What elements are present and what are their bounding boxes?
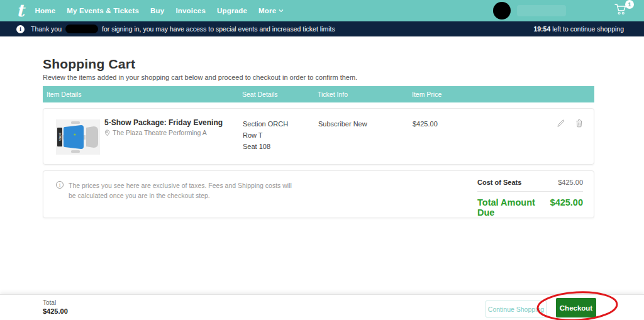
nav-item-my-events-tickets[interactable]: My Events & Tickets (67, 7, 139, 14)
trash-icon[interactable] (575, 119, 584, 128)
redacted-name-block (65, 25, 98, 33)
seat-row: Row T (243, 130, 288, 141)
edit-icon[interactable] (557, 119, 565, 128)
cost-of-seats-label: Cost of Seats (477, 179, 521, 186)
footer-total-value: $425.00 (43, 307, 68, 315)
cost-of-seats-row: Cost of Seats $425.00 (477, 179, 583, 186)
nav-right-group: 1 (493, 2, 644, 19)
info-outline-icon: i (56, 181, 64, 189)
item-ticket-info: Subscriber New (318, 118, 367, 130)
nav-item-buy[interactable]: Buy (150, 7, 164, 14)
timer-suffix: left to continue shopping (550, 25, 624, 33)
header-item-details: Item Details (47, 91, 81, 98)
nav-menu: Home My Events & Tickets Buy Invoices Up… (35, 7, 284, 14)
nav-item-more-label: More (258, 7, 276, 14)
pricing-note: i The prices you see here are exclusive … (56, 180, 292, 201)
pricing-note-text: The prices you see here are exclusive of… (69, 180, 292, 201)
continue-shopping-button[interactable]: Continue Shopping (486, 301, 547, 317)
footer-total-label: Total (43, 299, 56, 306)
chevron-down-icon (279, 8, 284, 13)
timer-value: 19:54 (533, 25, 550, 33)
totals-block: Cost of Seats $425.00 Total Amount Due $… (477, 179, 583, 218)
page-title: Shopping Cart (43, 57, 135, 72)
header-ticket-info: Ticket Info (318, 91, 348, 98)
nav-item-upgrade[interactable]: Upgrade (217, 7, 247, 14)
totals-divider (477, 191, 583, 192)
cart-table-header: Item Details Seat Details Ticket Info It… (43, 86, 594, 102)
location-pin-icon (104, 130, 110, 136)
seat-number: Seat 108 (243, 141, 288, 152)
cost-of-seats-value: $425.00 (558, 179, 583, 186)
nav-item-more[interactable]: More (258, 7, 284, 14)
notice-bar: i Thank you for signing in, you may have… (0, 21, 644, 36)
checkout-button[interactable]: Checkout (556, 298, 596, 317)
info-icon: i (16, 25, 25, 33)
total-amount-due-row: Total Amount Due $425.00 (477, 197, 583, 218)
notice-text-prefix: Thank you (31, 25, 62, 33)
cart-count-badge: 1 (625, 0, 634, 9)
item-title: 5-Show Package: Friday Evening (104, 118, 223, 127)
nav-item-invoices[interactable]: Invoices (175, 7, 206, 14)
shopping-timer: 19:54 left to continue shopping (533, 25, 624, 33)
cart-button[interactable]: 1 (614, 3, 630, 19)
brand-logo[interactable]: t (16, 0, 24, 21)
item-price: $425.00 (413, 118, 438, 130)
top-nav: t Home My Events & Tickets Buy Invoices … (0, 0, 644, 21)
pricing-note-line1: The prices you see here are exclusive of… (69, 180, 292, 190)
item-seat-details: Section ORCH Row T Seat 108 (243, 118, 288, 152)
stage-label: STAGE (58, 132, 62, 141)
cart-summary-card: i The prices you see here are exclusive … (43, 170, 594, 218)
seat-map-thumbnail[interactable]: STAGE (56, 119, 100, 155)
avatar[interactable] (493, 2, 511, 19)
seat-section: Section ORCH (243, 118, 288, 130)
page-subtitle: Review the items added in your shopping … (43, 74, 357, 81)
nav-item-home[interactable]: Home (35, 7, 55, 14)
total-due-label: Total Amount Due (477, 197, 550, 218)
header-item-price: Item Price (412, 91, 441, 98)
notice-text-suffix: for signing in, you may have access to s… (102, 25, 335, 33)
checkout-footer-bar: Total $425.00 Continue Shopping Checkout (0, 294, 644, 320)
item-venue: The Plaza Theatre Performing A (104, 129, 207, 136)
item-actions (557, 119, 584, 128)
header-seat-details: Seat Details (242, 91, 278, 98)
total-due-value: $425.00 (550, 197, 583, 207)
pricing-note-line2: be calculated once you are in the checko… (69, 190, 292, 201)
cart-item-row: STAGE 5-Show Package: Friday Evening The… (43, 108, 594, 165)
item-venue-label: The Plaza Theatre Performing A (113, 129, 207, 136)
redacted-username-block (517, 5, 566, 16)
